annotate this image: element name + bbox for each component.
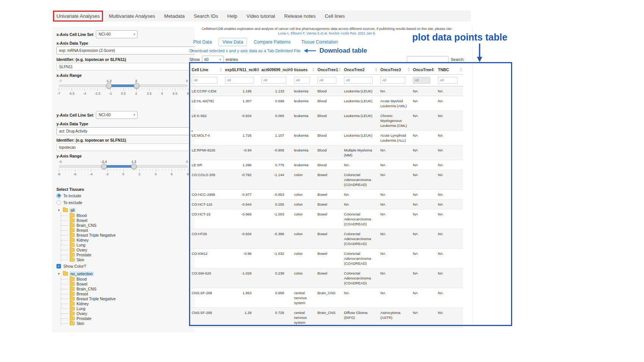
filter-input-expslfn11-nci60[interactable] xyxy=(225,77,254,84)
tree-node-brain-cns[interactable]: Brain_CNS xyxy=(66,286,190,291)
range-handle-from[interactable] xyxy=(106,83,112,89)
tissue-exclude-radio[interactable]: To exclude xyxy=(56,200,190,205)
column-header-oncotree4[interactable]: OncoTree4 xyxy=(411,65,436,75)
tree-node-no-selection[interactable]: no_selection xyxy=(69,272,94,276)
sort-icon[interactable] xyxy=(433,68,435,72)
range-handle-from[interactable] xyxy=(101,164,107,169)
table-cell: Bowel xyxy=(315,229,342,249)
filter-input-oncotree4[interactable] xyxy=(413,77,430,84)
panel-divider xyxy=(472,27,473,326)
citation-link[interactable]: Luna A, Elloumi F, Varma S et al. Nuclei… xyxy=(189,31,464,36)
range-handle-to[interactable] xyxy=(131,164,137,169)
column-header-oncotree1[interactable]: OncoTree1 xyxy=(315,65,342,75)
table-cell: NA xyxy=(411,209,436,229)
x-cell-line-set-select[interactable]: NCI-60 ▾ xyxy=(96,30,138,38)
sort-icon[interactable] xyxy=(408,68,410,72)
tree-expand-icon[interactable]: ▾ xyxy=(58,272,61,276)
nav-item-multivariate-analyses[interactable]: Multivariate Analyses xyxy=(108,13,156,19)
table-cell: leukemia xyxy=(292,111,315,131)
y-range-slider[interactable]: -88-2.41.3-8-6-4-202468 xyxy=(59,160,188,178)
sort-icon[interactable] xyxy=(460,68,462,72)
sort-icon[interactable] xyxy=(375,68,377,72)
sort-icon[interactable] xyxy=(312,68,314,72)
table-cell: NA xyxy=(436,190,463,200)
y-identifier-input[interactable] xyxy=(56,144,190,151)
tissue-include-radio[interactable]: To include xyxy=(56,193,190,198)
column-header-tnbc[interactable]: TNBC xyxy=(436,65,463,75)
tree-node-bowel[interactable]: Bowel xyxy=(66,281,190,286)
range-handle-to[interactable] xyxy=(134,83,139,89)
table-cell: NA xyxy=(411,170,436,190)
tab-view-data[interactable]: View Data xyxy=(219,38,247,46)
tab-compare-patterns[interactable]: Compare Patterns xyxy=(250,38,294,46)
tree-node-brain-cns[interactable]: Brain_CNS xyxy=(66,223,190,228)
tree-node-breast[interactable]: Breast xyxy=(66,291,190,296)
table-cell: NA xyxy=(436,288,463,308)
x-range-slider[interactable]: -78-1.22-7-5.5-4-2.5-10.523.556.58 xyxy=(59,79,188,97)
filter-input-oncotree1[interactable] xyxy=(317,77,336,84)
table-cell: NA xyxy=(436,209,463,229)
nav-item-release-notes[interactable]: Release notes xyxy=(283,13,316,19)
nav-item-video-tutorial[interactable]: Video tutorial xyxy=(246,13,276,19)
sort-icon[interactable] xyxy=(289,68,291,72)
tree-expand-icon[interactable]: ▾ xyxy=(58,208,61,212)
nav-item-univariate-analyses[interactable]: Univariate Analyses xyxy=(56,13,100,19)
filter-input-tnbc[interactable] xyxy=(438,77,458,84)
column-header-expslfn11-nci60[interactable]: expSLFN11_nci60 xyxy=(223,65,259,75)
tree-node-prostate[interactable]: Prostate xyxy=(66,252,190,257)
column-header-oncotree2[interactable]: OncoTree2 xyxy=(342,65,378,75)
tab-plot-data[interactable]: Plot Data xyxy=(189,38,216,46)
filter-input-cell-line[interactable] xyxy=(192,77,217,84)
tree-node-lung[interactable]: Lung xyxy=(66,306,190,311)
table-cell: NA xyxy=(378,268,411,288)
y-cell-line-set-select[interactable]: NCI-60 ▾ xyxy=(96,111,138,119)
nav-item-metadata[interactable]: Metadata xyxy=(163,13,185,19)
tree-node-kidney[interactable]: Kidney xyxy=(66,237,190,242)
tree-node-ovary[interactable]: Ovary xyxy=(66,247,190,252)
filter-input-tissues[interactable] xyxy=(294,77,310,84)
column-header-act609699-nci60[interactable]: act609699_nci60 xyxy=(259,65,292,75)
search: Search: xyxy=(407,56,464,63)
nav-item-cell-lines[interactable]: Cell lines xyxy=(324,13,345,19)
sort-icon[interactable] xyxy=(220,68,222,72)
x-data-type-select[interactable]: exp: mRNA Expression (Z-Score) ▾ xyxy=(56,47,195,55)
x-identifier-label: Identifier: (e.g. topotecan or SLFN11) xyxy=(56,57,190,62)
tree-node-prostate[interactable]: Prostate xyxy=(66,316,190,321)
tree-node-blood[interactable]: Blood xyxy=(66,213,190,218)
column-header-oncotree3[interactable]: OncoTree3 xyxy=(378,65,411,75)
filter-input-act609699-nci60[interactable] xyxy=(261,77,286,84)
table-row: LE:MOLT-41.7261.107leukemiaBloodLeukemia… xyxy=(189,131,463,145)
download-link[interactable]: Download selected x and y axis data as a… xyxy=(189,48,300,53)
search-input[interactable] xyxy=(407,56,449,63)
filter-input-oncotree2[interactable] xyxy=(344,77,373,84)
tree-node-breast[interactable]: Breast xyxy=(66,228,190,232)
sort-icon[interactable] xyxy=(256,68,258,72)
sort-icon[interactable] xyxy=(339,68,341,72)
nav-item-help[interactable]: Help xyxy=(227,13,238,19)
table-cell: NA xyxy=(378,249,411,268)
tree-node-kidney[interactable]: Kidney xyxy=(66,301,190,306)
tree-node-skin[interactable]: Skin xyxy=(66,321,190,326)
tree-node-skin[interactable]: Skin xyxy=(66,257,190,262)
column-header-cell-line[interactable]: Cell Line xyxy=(189,65,223,75)
table-cell: central nervous system xyxy=(292,308,315,328)
tree-node-bowel[interactable]: Bowel xyxy=(66,218,190,223)
table-cell: NA xyxy=(411,229,436,249)
x-identifier-input[interactable] xyxy=(56,63,190,70)
tree-node-breast-triple-negative[interactable]: Breast Triple Negative xyxy=(66,232,190,237)
column-header-tissues[interactable]: tissues xyxy=(292,65,315,75)
table-row: CO:HCT-15-0.966-1.003colonBowelColorecta… xyxy=(189,209,463,229)
table-cell: 1.195 xyxy=(223,86,259,96)
tree-node-all[interactable]: all xyxy=(69,208,76,212)
filter-input-oncotree3[interactable] xyxy=(380,77,405,84)
tree-node-lung[interactable]: Lung xyxy=(66,242,190,247)
tree-node-ovary[interactable]: Ovary xyxy=(66,311,190,316)
y-data-type-select[interactable]: act: Drug Activity ▾ xyxy=(56,127,195,135)
show-color-checkbox[interactable]: ✓ Show Color? xyxy=(56,263,190,269)
table-cell: -0.88 xyxy=(223,249,259,268)
tab-tissue-correlation[interactable]: Tissue Correlation xyxy=(297,38,342,46)
entries-select[interactable]: 60 ▾ xyxy=(202,56,224,63)
tree-node-breast-triple-negative[interactable]: Breast Triple Negative xyxy=(66,296,190,301)
tree-node-blood[interactable]: Blood xyxy=(66,276,190,281)
nav-item-search-ids[interactable]: Search IDs xyxy=(193,13,219,19)
